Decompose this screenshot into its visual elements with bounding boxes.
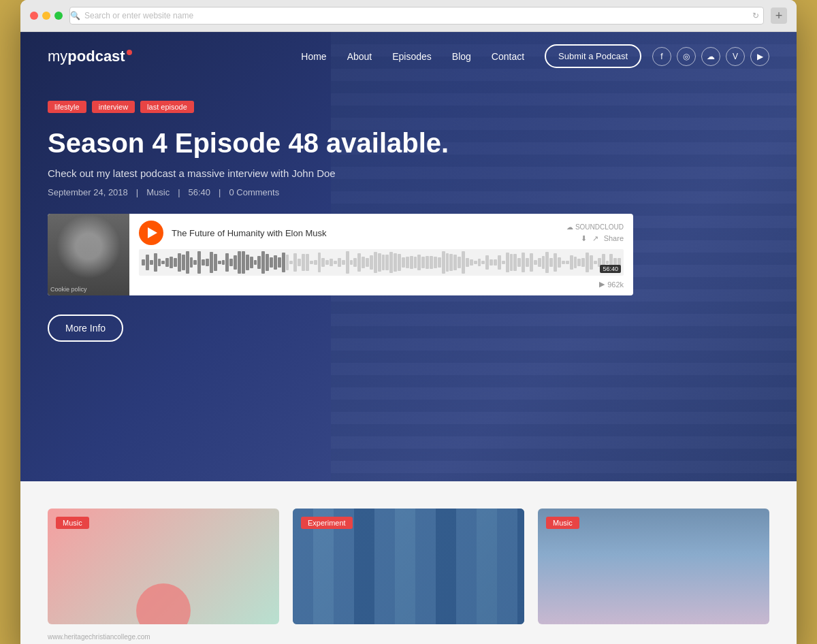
footer: www.heritagechristiancollege.com: [20, 624, 797, 644]
nav-contact[interactable]: Contact: [492, 51, 524, 62]
meta-separator-3: |: [219, 187, 221, 197]
more-info-button[interactable]: More Info: [48, 315, 123, 342]
card-tag-music-2: Music: [546, 517, 579, 529]
audio-player: Cookie policy The Future of Humanity wit…: [48, 214, 633, 295]
footer-url: www.heritagechristiancollege.com: [48, 633, 150, 641]
dot-green[interactable]: [54, 12, 63, 20]
card-circle: [136, 583, 191, 624]
time-badge: 56:40: [600, 265, 621, 273]
card-experiment[interactable]: Experiment: [293, 509, 524, 624]
facebook-icon[interactable]: f: [652, 47, 671, 66]
new-tab-button[interactable]: +: [771, 7, 787, 24]
soundcloud-icon[interactable]: ☁: [701, 47, 720, 66]
nav-blog[interactable]: Blog: [452, 51, 471, 62]
track-title: The Future of Humanity with Elon Musk: [172, 228, 558, 238]
meta-separator-1: |: [136, 187, 138, 197]
play-button[interactable]: [139, 221, 163, 245]
address-text: Search or enter website name: [84, 11, 193, 20]
waveform-bars: [139, 249, 624, 276]
browser-window: 🔍 Search or enter website name ↻ + mypod…: [20, 0, 797, 644]
download-icon[interactable]: ⬇: [581, 234, 587, 243]
share-icon: ↗: [592, 234, 598, 243]
tag-last-episode[interactable]: last episode: [140, 101, 194, 113]
meta-category: Music: [146, 187, 170, 197]
meta-separator-2: |: [178, 187, 180, 197]
play-count-icon: ▶: [599, 280, 605, 289]
tag-interview[interactable]: interview: [92, 101, 135, 113]
player-main: The Future of Humanity with Elon Musk ☁ …: [129, 214, 633, 295]
meta-comments: 0 Comments: [229, 187, 279, 197]
address-bar[interactable]: 🔍 Search or enter website name ↻: [69, 7, 764, 25]
player-bottom: ▶ 962k: [139, 280, 624, 289]
browser-chrome: 🔍 Search or enter website name ↻ +: [20, 0, 797, 32]
player-thumbnail: Cookie policy: [48, 214, 129, 295]
nav-about[interactable]: About: [347, 51, 372, 62]
reload-icon: ↻: [752, 11, 759, 20]
meta-duration: 56:40: [189, 187, 211, 197]
hero-content: lifestyle interview last episode Season …: [20, 80, 797, 369]
card-music-2[interactable]: Music: [538, 509, 769, 624]
logo-podcast: podcast: [67, 48, 125, 65]
meta-date: September 24, 2018: [48, 187, 128, 197]
soundcloud-logo: ☁ SOUNDCLOUD: [566, 223, 624, 231]
play-count: 962k: [607, 280, 624, 289]
instagram-icon[interactable]: ◎: [677, 47, 696, 66]
search-icon: 🔍: [70, 11, 80, 20]
player-top-row: The Future of Humanity with Elon Musk ☁ …: [139, 221, 624, 245]
logo-dot: [127, 50, 132, 55]
hero-meta: September 24, 2018 | Music | 56:40 | 0 C…: [48, 187, 769, 197]
card-tag-experiment: Experiment: [301, 517, 353, 529]
lower-section: Music Experiment Music: [20, 481, 797, 624]
site-logo[interactable]: mypodcast: [48, 48, 132, 65]
sc-actions: ⬇ ↗ Share: [581, 234, 624, 243]
share-label[interactable]: Share: [604, 234, 624, 243]
submit-podcast-button[interactable]: Submit a Podcast: [545, 44, 641, 68]
social-icons: f ◎ ☁ V ▶: [652, 47, 769, 66]
play-icon: [148, 227, 157, 238]
dot-red[interactable]: [30, 12, 38, 20]
vimeo-icon[interactable]: V: [726, 47, 745, 66]
waveform[interactable]: 56:40: [139, 249, 624, 276]
hero-title: Season 4 Episode 48 available.: [48, 127, 769, 159]
nav-home[interactable]: Home: [301, 51, 326, 62]
dot-yellow[interactable]: [42, 12, 50, 20]
logo-my: my: [48, 48, 67, 65]
hero-subtitle: Check out my latest podcast a massive in…: [48, 167, 769, 179]
card-tag-music-1: Music: [56, 517, 89, 529]
youtube-icon[interactable]: ▶: [750, 47, 769, 66]
card-music-1[interactable]: Music: [48, 509, 279, 624]
navigation: mypodcast Home About Episodes Blog Conta…: [20, 32, 797, 80]
cookie-policy: Cookie policy: [50, 286, 87, 293]
tag-lifestyle[interactable]: lifestyle: [48, 101, 86, 113]
nav-episodes[interactable]: Episodes: [392, 51, 432, 62]
thumbnail-image: [48, 214, 129, 295]
nav-links: Home About Episodes Blog Contact: [301, 51, 524, 62]
tag-list: lifestyle interview last episode: [48, 101, 769, 113]
browser-dots: [30, 12, 63, 20]
hero-section: mypodcast Home About Episodes Blog Conta…: [20, 32, 797, 481]
